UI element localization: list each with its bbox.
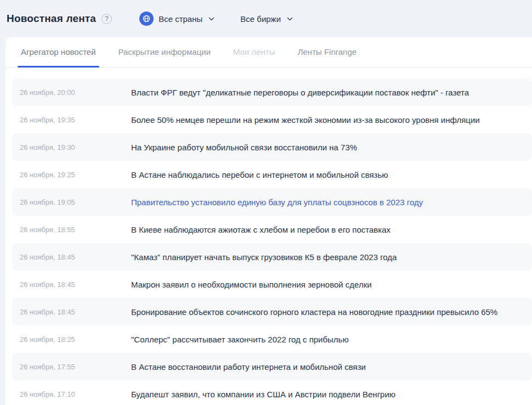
news-row[interactable]: 26 ноября, 19:05 Правительство установил… — [12, 188, 532, 216]
news-feed-card: Агрегатор новостейРаскрытие информацииМо… — [5, 37, 532, 405]
news-row[interactable]: 26 ноября, 17:55 В Астане восстановили р… — [12, 353, 532, 380]
news-timestamp: 26 ноября, 17:55 — [20, 363, 131, 371]
news-row[interactable]: 26 ноября, 17:10 Будапешт заявил, что ко… — [12, 380, 532, 405]
news-row[interactable]: 26 ноября, 19:30 На Украине работу мобил… — [12, 133, 532, 161]
countries-filter-label: Все страны — [159, 14, 202, 24]
news-timestamp: 26 ноября, 17:10 — [20, 390, 131, 398]
tab-finrange-feeds[interactable]: Ленты Finrange — [295, 37, 360, 67]
news-row[interactable]: 26 ноября, 18:45 "Камаз" планирует начат… — [12, 243, 532, 271]
news-timestamp: 26 ноября, 18:55 — [20, 226, 131, 234]
news-title[interactable]: Макрон заявил о необходимости выполнения… — [131, 280, 372, 289]
globe-icon — [139, 12, 154, 26]
news-timestamp: 26 ноября, 19:30 — [20, 143, 131, 151]
news-row[interactable]: 26 ноября, 18:25 "Соллерс" рассчитывает … — [12, 325, 532, 353]
news-row[interactable]: 26 ноября, 18:45 Макрон заявил о необход… — [12, 271, 532, 298]
news-row[interactable]: 26 ноября, 18:55 В Киеве наблюдаются ажи… — [12, 216, 532, 243]
news-row[interactable]: 26 ноября, 20:00 Власти ФРГ ведут "делик… — [12, 78, 532, 106]
news-row[interactable]: 26 ноября, 19:35 Более 50% немцев перешл… — [12, 106, 532, 133]
news-title[interactable]: "Соллерс" рассчитывает закончить 2022 го… — [131, 335, 349, 344]
news-timestamp: 26 ноября, 18:45 — [20, 280, 131, 289]
news-row[interactable]: 26 ноября, 18:45 Бронирование объектов с… — [12, 298, 532, 325]
tab-disclosure[interactable]: Раскрытие информации — [115, 37, 214, 67]
news-timestamp: 26 ноября, 18:25 — [20, 335, 131, 344]
news-title[interactable]: На Украине работу мобильной связи восста… — [131, 143, 357, 152]
news-title[interactable]: Будапешт заявил, что компании из США и А… — [131, 390, 395, 399]
news-timestamp: 26 ноября, 19:25 — [20, 171, 131, 179]
tab-my-feeds: Мои ленты — [230, 37, 279, 67]
help-icon[interactable]: ? — [101, 14, 112, 24]
news-title[interactable]: Бронирование объектов сочинского горного… — [131, 307, 497, 317]
chevron-down-icon — [287, 17, 293, 21]
news-timestamp: 26 ноября, 19:35 — [20, 116, 131, 124]
exchanges-filter-label: Все биржи — [240, 14, 281, 24]
news-title[interactable]: В Киеве наблюдаются ажиотаж с хлебом и п… — [131, 225, 390, 234]
news-title[interactable]: Более 50% немцев перешли на режим жестко… — [131, 115, 480, 125]
tab-news-aggregator[interactable]: Агрегатор новостей — [18, 37, 99, 67]
news-list: 26 ноября, 20:00 Власти ФРГ ведут "делик… — [5, 68, 532, 405]
news-timestamp: 26 ноября, 20:00 — [20, 88, 131, 97]
countries-filter-dropdown[interactable]: Все страны — [139, 12, 214, 26]
news-title[interactable]: Правительство установило единую базу для… — [131, 198, 423, 207]
news-title[interactable]: "Камаз" планирует начать выпуск грузовик… — [131, 252, 397, 262]
chevron-down-icon — [208, 17, 214, 21]
news-title[interactable]: Власти ФРГ ведут "деликатные переговоры … — [131, 88, 469, 97]
page-title: Новостная лента — [7, 13, 96, 25]
news-timestamp: 26 ноября, 18:45 — [20, 308, 131, 316]
news-row[interactable]: 26 ноября, 19:25 В Астане наблюдались пе… — [12, 161, 532, 188]
page-header: Новостная лента ? Все страны Все биржи — [0, 0, 532, 37]
news-title[interactable]: В Астане восстановили работу интернета и… — [131, 362, 366, 372]
exchanges-filter-dropdown[interactable]: Все биржи — [240, 14, 293, 24]
news-timestamp: 26 ноября, 18:45 — [20, 253, 131, 261]
tab-bar: Агрегатор новостейРаскрытие информацииМо… — [5, 37, 532, 68]
news-title[interactable]: В Астане наблюдались перебои с интернето… — [131, 170, 388, 179]
news-timestamp: 26 ноября, 19:05 — [20, 198, 131, 206]
